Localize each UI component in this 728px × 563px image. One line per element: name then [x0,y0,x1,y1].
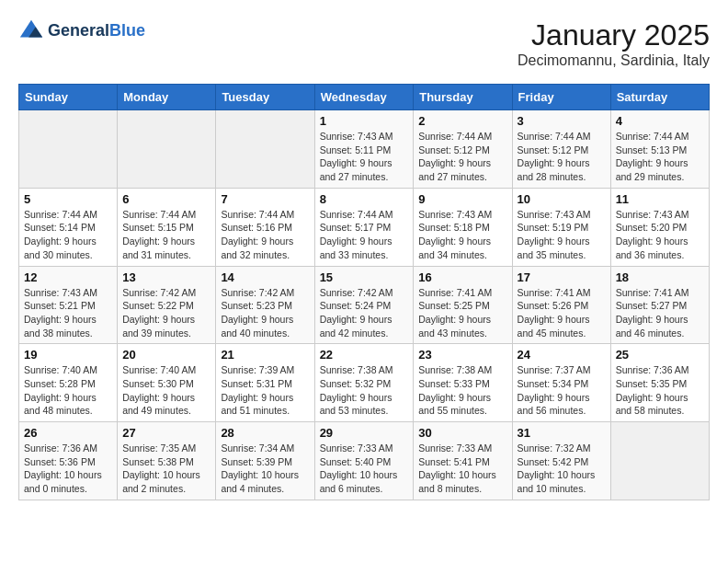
day-number: 21 [221,348,309,362]
day-number: 31 [518,426,606,440]
day-info: Sunrise: 7:44 AM Sunset: 5:12 PM Dayligh… [418,130,506,184]
day-number: 13 [122,270,210,284]
day-number: 12 [24,270,112,284]
calendar-cell: 10Sunrise: 7:43 AM Sunset: 5:19 PM Dayli… [512,188,610,266]
calendar-cell: 18Sunrise: 7:41 AM Sunset: 5:27 PM Dayli… [610,266,709,344]
day-info: Sunrise: 7:38 AM Sunset: 5:32 PM Dayligh… [320,363,409,418]
logo: GeneralBlue [18,18,145,44]
calendar-cell: 27Sunrise: 7:35 AM Sunset: 5:38 PM Dayli… [118,422,216,500]
calendar-cell: 25Sunrise: 7:36 AM Sunset: 5:35 PM Dayli… [610,344,709,422]
day-number: 16 [418,270,506,284]
day-info: Sunrise: 7:43 AM Sunset: 5:18 PM Dayligh… [418,208,506,262]
calendar-week-row: 5Sunrise: 7:44 AM Sunset: 5:14 PM Daylig… [19,188,710,266]
weekday-header-sunday: Sunday [19,85,118,110]
day-info: Sunrise: 7:44 AM Sunset: 5:12 PM Dayligh… [518,130,606,184]
day-number: 26 [24,426,112,440]
weekday-header-wednesday: Wednesday [314,85,414,110]
calendar-cell: 29Sunrise: 7:33 AM Sunset: 5:40 PM Dayli… [314,422,414,500]
day-info: Sunrise: 7:43 AM Sunset: 5:20 PM Dayligh… [616,208,704,262]
weekday-header-monday: Monday [118,85,216,110]
day-number: 29 [320,426,409,440]
day-info: Sunrise: 7:33 AM Sunset: 5:40 PM Dayligh… [320,442,409,496]
calendar-cell: 15Sunrise: 7:42 AM Sunset: 5:24 PM Dayli… [314,266,414,344]
day-info: Sunrise: 7:44 AM Sunset: 5:16 PM Dayligh… [221,208,309,262]
day-info: Sunrise: 7:40 AM Sunset: 5:30 PM Dayligh… [122,363,210,418]
calendar-cell: 26Sunrise: 7:36 AM Sunset: 5:36 PM Dayli… [19,422,118,500]
day-number: 18 [616,270,704,284]
weekday-header-friday: Friday [512,85,610,110]
weekday-header-tuesday: Tuesday [216,85,314,110]
day-info: Sunrise: 7:34 AM Sunset: 5:39 PM Dayligh… [221,442,309,496]
day-info: Sunrise: 7:44 AM Sunset: 5:15 PM Dayligh… [122,208,210,262]
day-number: 23 [418,348,506,362]
weekday-header-thursday: Thursday [414,85,512,110]
calendar-cell: 20Sunrise: 7:40 AM Sunset: 5:30 PM Dayli… [118,344,216,422]
calendar-cell [118,110,216,189]
day-number: 28 [221,426,309,440]
day-number: 27 [122,426,210,440]
calendar-cell: 3Sunrise: 7:44 AM Sunset: 5:12 PM Daylig… [512,110,610,189]
calendar-cell: 4Sunrise: 7:44 AM Sunset: 5:13 PM Daylig… [610,110,709,189]
day-info: Sunrise: 7:44 AM Sunset: 5:14 PM Dayligh… [24,208,112,262]
calendar-cell: 19Sunrise: 7:40 AM Sunset: 5:28 PM Dayli… [19,344,118,422]
day-info: Sunrise: 7:41 AM Sunset: 5:27 PM Dayligh… [616,286,704,340]
logo-icon [18,18,44,44]
day-info: Sunrise: 7:36 AM Sunset: 5:36 PM Dayligh… [24,442,112,496]
day-info: Sunrise: 7:43 AM Sunset: 5:21 PM Dayligh… [24,286,112,340]
calendar-week-row: 1Sunrise: 7:43 AM Sunset: 5:11 PM Daylig… [19,110,710,189]
day-number: 8 [320,192,409,206]
day-info: Sunrise: 7:41 AM Sunset: 5:25 PM Dayligh… [418,286,506,340]
day-number: 14 [221,270,309,284]
day-info: Sunrise: 7:44 AM Sunset: 5:13 PM Dayligh… [616,130,704,184]
day-info: Sunrise: 7:32 AM Sunset: 5:42 PM Dayligh… [518,442,606,496]
day-info: Sunrise: 7:43 AM Sunset: 5:11 PM Dayligh… [320,130,409,184]
calendar-cell [216,110,314,189]
calendar-cell: 21Sunrise: 7:39 AM Sunset: 5:31 PM Dayli… [216,344,314,422]
day-number: 10 [518,192,606,206]
calendar-cell: 5Sunrise: 7:44 AM Sunset: 5:14 PM Daylig… [19,188,118,266]
day-number: 22 [320,348,409,362]
calendar-week-row: 19Sunrise: 7:40 AM Sunset: 5:28 PM Dayli… [19,344,710,422]
day-number: 19 [24,348,112,362]
day-info: Sunrise: 7:35 AM Sunset: 5:38 PM Dayligh… [122,442,210,496]
calendar-cell [19,110,118,189]
day-number: 7 [221,192,309,206]
day-number: 5 [24,192,112,206]
day-info: Sunrise: 7:43 AM Sunset: 5:19 PM Dayligh… [518,208,606,262]
day-number: 11 [616,192,704,206]
calendar-week-row: 26Sunrise: 7:36 AM Sunset: 5:36 PM Dayli… [19,422,710,500]
calendar-cell: 24Sunrise: 7:37 AM Sunset: 5:34 PM Dayli… [512,344,610,422]
day-number: 17 [518,270,606,284]
calendar-cell: 31Sunrise: 7:32 AM Sunset: 5:42 PM Dayli… [512,422,610,500]
title-section: January 2025 Decimomannu, Sardinia, Ital… [518,18,710,69]
page-header: GeneralBlue January 2025 Decimomannu, Sa… [18,18,710,69]
calendar-cell: 12Sunrise: 7:43 AM Sunset: 5:21 PM Dayli… [19,266,118,344]
month-title: January 2025 [518,18,710,52]
calendar-cell: 1Sunrise: 7:43 AM Sunset: 5:11 PM Daylig… [314,110,414,189]
day-info: Sunrise: 7:42 AM Sunset: 5:24 PM Dayligh… [320,286,409,340]
calendar-cell: 8Sunrise: 7:44 AM Sunset: 5:17 PM Daylig… [314,188,414,266]
day-number: 9 [418,192,506,206]
weekday-header-row: SundayMondayTuesdayWednesdayThursdayFrid… [19,85,710,110]
day-info: Sunrise: 7:39 AM Sunset: 5:31 PM Dayligh… [221,363,309,418]
calendar-cell: 28Sunrise: 7:34 AM Sunset: 5:39 PM Dayli… [216,422,314,500]
calendar-cell: 30Sunrise: 7:33 AM Sunset: 5:41 PM Dayli… [414,422,512,500]
calendar-cell: 11Sunrise: 7:43 AM Sunset: 5:20 PM Dayli… [610,188,709,266]
day-number: 15 [320,270,409,284]
calendar-cell: 9Sunrise: 7:43 AM Sunset: 5:18 PM Daylig… [414,188,512,266]
day-info: Sunrise: 7:40 AM Sunset: 5:28 PM Dayligh… [24,363,112,418]
day-number: 1 [320,114,409,128]
day-number: 3 [518,114,606,128]
weekday-header-saturday: Saturday [610,85,709,110]
day-number: 2 [418,114,506,128]
calendar-cell: 16Sunrise: 7:41 AM Sunset: 5:25 PM Dayli… [414,266,512,344]
day-number: 20 [122,348,210,362]
calendar-cell: 14Sunrise: 7:42 AM Sunset: 5:23 PM Dayli… [216,266,314,344]
day-info: Sunrise: 7:36 AM Sunset: 5:35 PM Dayligh… [616,363,704,418]
day-info: Sunrise: 7:42 AM Sunset: 5:22 PM Dayligh… [122,286,210,340]
day-number: 4 [616,114,704,128]
calendar-table: SundayMondayTuesdayWednesdayThursdayFrid… [18,84,710,500]
day-number: 6 [122,192,210,206]
location-subtitle: Decimomannu, Sardinia, Italy [518,52,710,69]
day-info: Sunrise: 7:33 AM Sunset: 5:41 PM Dayligh… [418,442,506,496]
